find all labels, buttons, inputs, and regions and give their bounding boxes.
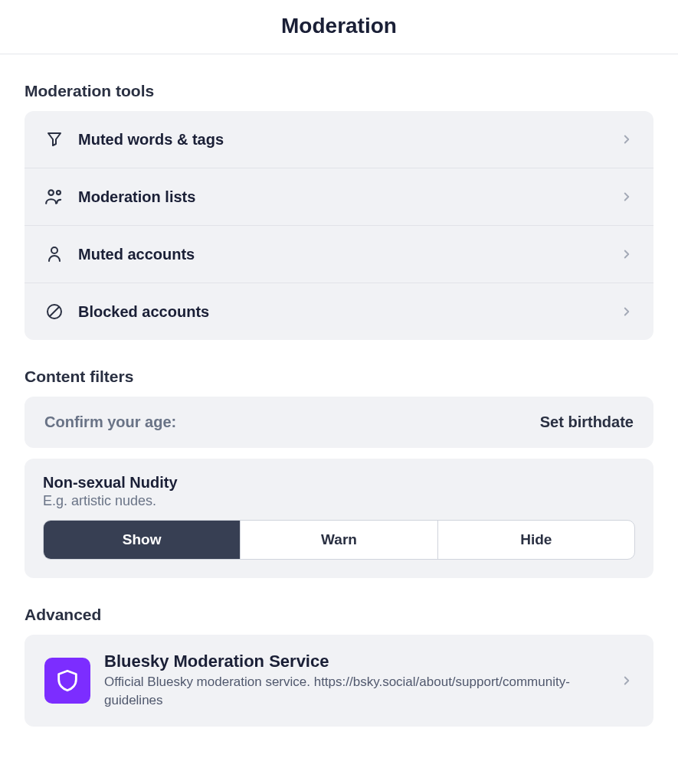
segment-warn[interactable]: Warn: [241, 521, 437, 559]
svg-point-1: [57, 191, 61, 194]
person-icon: [44, 244, 64, 264]
chevron-right-icon: [620, 674, 634, 688]
svg-point-0: [48, 190, 53, 195]
set-birthdate-link[interactable]: Set birthdate: [540, 413, 634, 431]
chevron-right-icon: [620, 305, 634, 318]
section-title-filters: Content filters: [25, 368, 653, 386]
row-label: Muted accounts: [78, 246, 620, 263]
service-title: Bluesky Moderation Service: [104, 652, 620, 671]
chevron-right-icon: [620, 190, 634, 204]
muted-words-row[interactable]: Muted words & tags: [25, 111, 653, 168]
filter-icon: [44, 129, 64, 149]
svg-point-2: [51, 247, 57, 253]
filter-desc: E.g. artistic nudes.: [43, 493, 635, 509]
segment-hide[interactable]: Hide: [438, 521, 634, 559]
page-title: Moderation: [0, 14, 678, 38]
age-label: Confirm your age:: [44, 413, 176, 431]
row-label: Blocked accounts: [78, 303, 620, 321]
segment-show[interactable]: Show: [44, 521, 241, 559]
moderation-tools-list: Muted words & tags Moderation lists Mute…: [25, 111, 653, 340]
block-icon: [44, 302, 64, 322]
section-title-tools: Moderation tools: [25, 82, 653, 100]
filter-title: Non-sexual Nudity: [43, 474, 635, 492]
row-label: Moderation lists: [78, 188, 620, 206]
shield-icon: [44, 658, 90, 704]
blocked-accounts-row[interactable]: Blocked accounts: [25, 283, 653, 340]
age-confirm-card: Confirm your age: Set birthdate: [25, 397, 653, 448]
chevron-right-icon: [620, 132, 634, 146]
moderation-lists-row[interactable]: Moderation lists: [25, 168, 653, 226]
moderation-service-row[interactable]: Bluesky Moderation Service Official Blue…: [25, 635, 653, 727]
row-label: Muted words & tags: [78, 131, 620, 149]
visibility-segmented-control: Show Warn Hide: [43, 520, 635, 560]
chevron-right-icon: [620, 247, 634, 261]
svg-line-4: [50, 307, 59, 316]
users-icon: [44, 187, 64, 207]
service-desc: Official Bluesky moderation service. htt…: [104, 673, 620, 710]
muted-accounts-row[interactable]: Muted accounts: [25, 226, 653, 283]
section-title-advanced: Advanced: [25, 606, 653, 624]
service-info: Bluesky Moderation Service Official Blue…: [104, 652, 620, 710]
nudity-filter-card: Non-sexual Nudity E.g. artistic nudes. S…: [25, 459, 653, 578]
page-header: Moderation: [0, 0, 678, 54]
